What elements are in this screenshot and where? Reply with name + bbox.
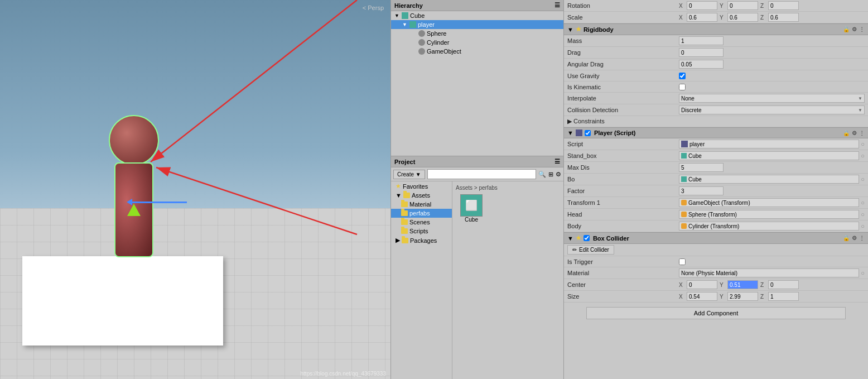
stand-box-label: Stand_box bbox=[567, 152, 679, 159]
project-folder-assets[interactable]: ▼ Assets bbox=[391, 191, 452, 200]
hierarchy-item-player[interactable]: ▼ player bbox=[391, 20, 563, 29]
mass-row: Mass bbox=[564, 35, 868, 47]
head-value: Sphere (Transform) bbox=[688, 212, 737, 218]
body-ref-field[interactable]: Cylinder (Transform) bbox=[679, 222, 859, 231]
player-script-enabled-checkbox[interactable] bbox=[585, 130, 591, 136]
player-script-section-header[interactable]: ▼ Player (Script) 🔒 ⚙ ⋮ bbox=[564, 127, 868, 138]
hierarchy-title: Hierarchy bbox=[394, 2, 423, 9]
project-folder-perfabs[interactable]: perfabs bbox=[391, 209, 452, 218]
max-dis-row: Max Dis bbox=[564, 162, 868, 174]
center-row: Center X Y Z bbox=[564, 279, 868, 291]
head-circle-icon[interactable]: ○ bbox=[861, 211, 865, 218]
scale-row: Scale X Y Z bbox=[564, 12, 868, 23]
body-circle-icon[interactable]: ○ bbox=[861, 223, 865, 229]
stand-box-ref-field[interactable]: Cube bbox=[679, 151, 859, 160]
scale-y-input[interactable] bbox=[727, 13, 758, 22]
project-folder-material[interactable]: Material bbox=[391, 200, 452, 209]
script-ref-field[interactable]: player bbox=[679, 140, 859, 148]
bo-ref-field[interactable]: Cube bbox=[679, 175, 859, 184]
hierarchy-item-cylinder[interactable]: Cylinder bbox=[391, 38, 563, 47]
x-label: X bbox=[679, 3, 686, 9]
bc-lock-icon[interactable]: 🔒 bbox=[843, 235, 850, 241]
angular-drag-row: Angular Drag bbox=[564, 59, 868, 70]
project-folder-favorites[interactable]: ★ Favorites bbox=[391, 181, 452, 191]
is-trigger-checkbox[interactable] bbox=[679, 258, 686, 265]
ps-settings-icon[interactable]: ⚙ bbox=[852, 130, 857, 136]
hierarchy-item-cube[interactable]: ▼ Cube bbox=[391, 11, 563, 20]
project-search-input[interactable] bbox=[427, 169, 536, 179]
rotation-x-input[interactable] bbox=[687, 1, 717, 10]
transform1-circle-icon[interactable]: ○ bbox=[861, 199, 865, 206]
constraints-expand-icon[interactable]: ▶ bbox=[567, 118, 572, 124]
scale-x-input[interactable] bbox=[687, 13, 717, 22]
folder-icon bbox=[401, 228, 408, 234]
ps-lock-icon[interactable]: 🔒 bbox=[843, 130, 850, 136]
rotation-y-input[interactable] bbox=[727, 1, 758, 10]
mass-input[interactable] bbox=[679, 36, 724, 45]
edit-collider-row: ✏ Edit Collider bbox=[564, 244, 868, 256]
rigidbody-lock-icon[interactable]: 🔒 bbox=[843, 26, 850, 32]
cylinder-ref-icon bbox=[681, 223, 687, 229]
is-kinematic-checkbox[interactable] bbox=[679, 84, 686, 90]
project-folder-scenes[interactable]: Scenes bbox=[391, 218, 452, 227]
head-row: Head Sphere (Transform) ○ bbox=[564, 209, 868, 220]
add-component-button[interactable]: Add Component bbox=[586, 307, 846, 319]
stand-box-circle-icon[interactable]: ○ bbox=[861, 152, 865, 159]
box-collider-enabled-checkbox[interactable] bbox=[584, 235, 590, 241]
folder-label: Packages bbox=[410, 237, 437, 244]
max-dis-input[interactable] bbox=[679, 163, 724, 172]
angular-drag-input[interactable] bbox=[679, 60, 724, 69]
bc-gear-icon[interactable]: ⋮ bbox=[859, 235, 865, 241]
rigidbody-settings-icon[interactable]: ⚙ bbox=[852, 26, 857, 32]
project-menu-icon[interactable]: ☰ bbox=[554, 158, 560, 165]
body-row: Body Cylinder (Transform) ○ bbox=[564, 220, 868, 232]
rotation-z-input[interactable] bbox=[768, 1, 799, 10]
size-y-input[interactable] bbox=[727, 292, 758, 301]
bo-circle-icon[interactable]: ○ bbox=[861, 176, 865, 183]
box-collider-section-header[interactable]: ▼ ★ Box Collider 🔒 ⚙ ⋮ bbox=[564, 232, 868, 244]
size-z-input[interactable] bbox=[768, 292, 799, 301]
edit-collider-label: Edit Collider bbox=[579, 247, 609, 253]
material-ref-field[interactable]: None (Physic Material) bbox=[679, 268, 859, 277]
center-x-input[interactable] bbox=[687, 280, 717, 289]
ps-gear-icon[interactable]: ⋮ bbox=[859, 130, 865, 136]
options-icon[interactable]: ⊞ bbox=[548, 171, 553, 178]
material-circle-icon[interactable]: ○ bbox=[861, 270, 865, 276]
drag-input[interactable] bbox=[679, 48, 724, 57]
project-folder-packages[interactable]: ▶ Packages bbox=[391, 236, 452, 245]
z-label: Z bbox=[760, 3, 767, 9]
size-x-input[interactable] bbox=[687, 292, 717, 301]
collision-detection-dropdown[interactable]: Discrete ▼ bbox=[679, 105, 865, 114]
project-folder-scripts[interactable]: Scripts bbox=[391, 227, 452, 236]
breadcrumb: Assets > perfabs bbox=[455, 184, 561, 192]
rigidbody-star-icon: ★ bbox=[576, 26, 581, 33]
viewport[interactable]: < Persp https://blog.csdn.net/qq_4367933… bbox=[0, 0, 390, 379]
settings-icon[interactable]: ⚙ bbox=[556, 171, 561, 178]
scale-z-input[interactable] bbox=[768, 13, 799, 22]
interpolate-dropdown[interactable]: None ▼ bbox=[679, 94, 865, 103]
asset-label: Cube bbox=[465, 217, 478, 223]
transform1-value: GameObject (Transform) bbox=[688, 200, 750, 206]
use-gravity-checkbox[interactable] bbox=[679, 73, 686, 79]
hierarchy-item-sphere[interactable]: Sphere bbox=[391, 29, 563, 38]
size-z-field: Z bbox=[760, 292, 799, 301]
center-z-input[interactable] bbox=[768, 280, 799, 289]
hierarchy-item-gameobject[interactable]: GameObject bbox=[391, 47, 563, 56]
rigidbody-gear-icon[interactable]: ⋮ bbox=[859, 26, 865, 32]
factor-input[interactable] bbox=[679, 186, 724, 195]
project-create-button[interactable]: Create ▼ bbox=[393, 170, 425, 179]
asset-cube[interactable]: ⬜ Cube bbox=[455, 194, 488, 223]
hierarchy-item-label: player bbox=[418, 21, 435, 28]
bc-settings-icon[interactable]: ⚙ bbox=[852, 235, 857, 241]
x-label: X bbox=[679, 15, 686, 21]
rigidbody-section-header[interactable]: ▼ ★ Rigidbody 🔒 ⚙ ⋮ bbox=[564, 23, 868, 35]
hierarchy-menu-icon[interactable]: ☰ bbox=[554, 2, 560, 9]
hierarchy-item-label: GameObject bbox=[427, 48, 461, 55]
project-panel: Project ☰ Create ▼ 🔍 ⊞ ⚙ ★ Favorites ▼ A… bbox=[391, 156, 563, 379]
center-y-input[interactable] bbox=[727, 280, 758, 289]
transform1-ref-field[interactable]: GameObject (Transform) bbox=[679, 198, 859, 207]
edit-collider-button[interactable]: ✏ Edit Collider bbox=[567, 245, 614, 255]
script-circle-icon[interactable]: ○ bbox=[861, 141, 865, 147]
head-ref-field[interactable]: Sphere (Transform) bbox=[679, 210, 859, 219]
inspector-panel: Rotation X Y Z Scale X Y bbox=[563, 0, 868, 379]
